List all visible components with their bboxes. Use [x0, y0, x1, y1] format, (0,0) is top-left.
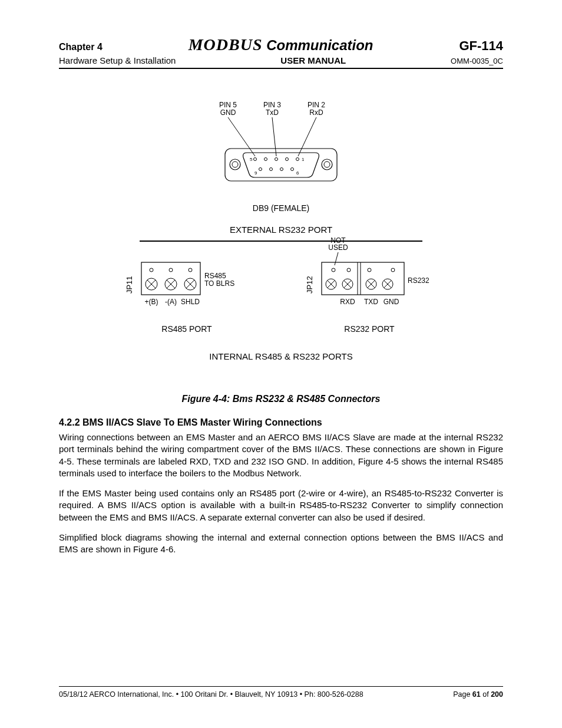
header-row-2: Hardware Setup & Installation USER MANUA…	[59, 55, 503, 69]
pin2-label: PIN 2	[308, 101, 325, 109]
omm-label: OMM-0035_0C	[451, 57, 503, 65]
page-label: Page	[453, 690, 472, 699]
svg-point-6	[322, 159, 332, 170]
db9-num9: 9	[254, 170, 257, 176]
db9-num5: 5	[250, 157, 253, 162]
jp12-label: JP12	[305, 276, 314, 294]
page-footer: 05/18/12 AERCO International, Inc. • 100…	[59, 686, 503, 699]
rs232-side: RS232	[408, 276, 429, 285]
para-1: Wiring connections between an EMS Master…	[59, 431, 503, 479]
svg-point-34	[332, 268, 335, 272]
rs485-b: +(B)	[144, 298, 158, 306]
jp11-label: JP11	[125, 276, 134, 294]
rs485-caption: RS485 PORT	[125, 324, 249, 334]
header-row-1: Chapter 4 MODBUS Communication GF-114	[59, 35, 503, 54]
pin2-sub: RxD	[309, 108, 323, 117]
internal-ports-caption: INTERNAL RS485 & RS232 PORTS	[59, 351, 503, 361]
para-2: If the EMS Master being used contains on…	[59, 487, 503, 523]
svg-point-5	[232, 162, 238, 167]
rs485-a: -(A)	[165, 298, 177, 306]
svg-point-35	[347, 268, 351, 272]
rs232-gnd: GND	[384, 298, 399, 306]
page-total: 200	[491, 690, 503, 699]
footer-text: 05/18/12 AERCO International, Inc. • 100…	[59, 690, 363, 699]
section-heading: 4.2.2 BMS II/ACS Slave To EMS Master Wir…	[59, 417, 503, 428]
db9-connector-svg: PIN 5 GND PIN 3 TxD PIN 2 RxD	[204, 98, 358, 199]
rs232-txd: TXD	[364, 298, 378, 306]
pin5-sub: GND	[220, 108, 236, 117]
user-manual-label: USER MANUAL	[280, 55, 346, 65]
pin3-label: PIN 3	[263, 101, 281, 109]
svg-point-13	[259, 168, 262, 171]
svg-point-36	[368, 268, 371, 272]
external-rs232-caption: EXTERNAL RS232 PORT	[59, 225, 503, 235]
rs485-shld: SHLD	[181, 298, 200, 306]
db9-num6: 6	[296, 170, 299, 176]
db9-num1: 1	[302, 157, 305, 162]
svg-line-1	[272, 117, 276, 156]
page-number: Page 61 of 200	[453, 690, 503, 699]
svg-point-9	[265, 158, 267, 161]
gf-number: GF-114	[459, 38, 503, 54]
rs232-block: NOT USED JP12	[302, 253, 437, 334]
pin5-label: PIN 5	[219, 101, 237, 109]
svg-point-10	[275, 158, 278, 161]
svg-point-20	[189, 268, 192, 272]
rs485-side-2: TO BLRS	[204, 279, 234, 288]
para-3: Simplified block diagrams showing the in…	[59, 532, 503, 556]
svg-line-30	[335, 252, 338, 265]
internal-ports-row: JP11 RS485 TO BLRS +(B)	[59, 253, 503, 334]
svg-point-14	[270, 168, 273, 171]
svg-line-0	[228, 117, 255, 156]
svg-point-8	[254, 158, 257, 161]
rs485-side-1: RS485	[204, 272, 226, 280]
rs232-svg: NOT USED JP12	[302, 236, 437, 318]
svg-point-7	[324, 162, 330, 167]
svg-point-37	[391, 268, 395, 272]
svg-point-18	[150, 268, 153, 272]
figure-title: Figure 4-4: Bms RS232 & RS485 Connectors	[59, 394, 503, 404]
svg-point-4	[230, 159, 240, 170]
hardware-label: Hardware Setup & Installation	[59, 55, 176, 65]
rs232-caption: RS232 PORT	[302, 324, 437, 334]
db9-figure: PIN 5 GND PIN 3 TxD PIN 2 RxD	[59, 98, 503, 361]
svg-rect-31	[322, 262, 404, 295]
rs232-rxd: RXD	[340, 298, 355, 306]
communication-word: Communication	[263, 37, 373, 53]
pin3-sub: TxD	[266, 108, 279, 117]
rs485-svg: JP11 RS485 TO BLRS +(B)	[125, 253, 249, 318]
notused-2: USED	[328, 243, 348, 252]
svg-point-11	[286, 158, 289, 161]
page-num: 61	[472, 690, 481, 699]
svg-point-12	[296, 158, 299, 161]
chapter-label: Chapter 4	[59, 42, 103, 52]
svg-point-19	[169, 268, 173, 272]
svg-point-15	[280, 168, 283, 171]
rs485-block: JP11 RS485 TO BLRS +(B)	[125, 253, 249, 334]
db9-caption: DB9 (FEMALE)	[59, 203, 503, 213]
doc-title: MODBUS Communication	[189, 35, 373, 54]
svg-rect-3	[225, 149, 337, 181]
svg-point-16	[291, 168, 294, 171]
page-of: of	[481, 690, 491, 699]
svg-line-2	[298, 117, 316, 156]
modbus-word: MODBUS	[189, 35, 263, 54]
